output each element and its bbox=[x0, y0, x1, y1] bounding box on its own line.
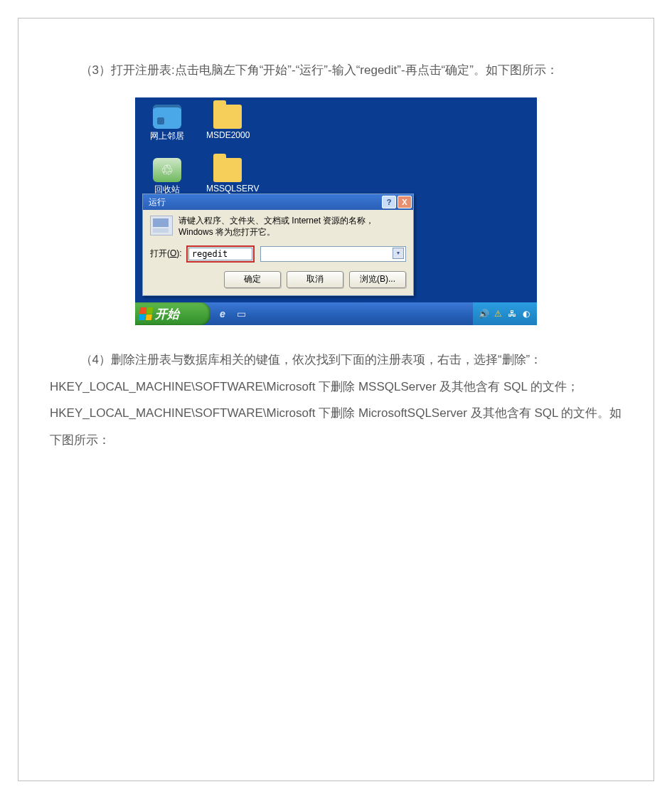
start-button-label: 开始 bbox=[155, 306, 179, 322]
tray-shield-icon[interactable]: ⚠ bbox=[493, 309, 503, 319]
desktop-icon-label: MSSQLSERV bbox=[206, 184, 249, 194]
tray-network-icon[interactable]: 🖧 bbox=[507, 309, 517, 319]
desktop-icon-recycle-bin[interactable]: 回收站 bbox=[146, 158, 188, 196]
windows-desktop-screenshot: 网上邻居 MSDE2000 回收站 MSSQLSERV 运行 ? bbox=[135, 97, 537, 325]
paragraph-step-3: （3）打开注册表:点击电脑左下角“开始”-“运行”-输入“regedit”-再点… bbox=[50, 57, 622, 83]
run-dialog-title: 运行 bbox=[149, 196, 166, 208]
screenshot-figure: 网上邻居 MSDE2000 回收站 MSSQLSERV 运行 ? bbox=[50, 97, 622, 325]
tray-volume-icon[interactable]: 🔊 bbox=[479, 309, 489, 319]
titlebar-help-button[interactable]: ? bbox=[382, 196, 396, 208]
ok-button[interactable]: 确定 bbox=[224, 271, 281, 288]
cancel-button[interactable]: 取消 bbox=[287, 271, 343, 288]
run-dialog-message: 请键入程序、文件夹、文档或 Internet 资源的名称，Windows 将为您… bbox=[178, 216, 406, 238]
desktop-icon-network-neighborhood[interactable]: 网上邻居 bbox=[146, 105, 188, 142]
browse-button[interactable]: 浏览(B)... bbox=[349, 271, 406, 288]
system-tray[interactable]: 🔊 ⚠ 🖧 ◐ bbox=[473, 302, 537, 325]
recycle-bin-icon bbox=[153, 158, 181, 182]
windows-logo-icon bbox=[139, 307, 154, 320]
open-label: 打开(O): bbox=[150, 248, 182, 260]
run-dialog-icon bbox=[150, 216, 173, 236]
desktop-icon-label: 网上邻居 bbox=[146, 130, 188, 142]
tray-misc-icon[interactable]: ◐ bbox=[521, 309, 531, 319]
run-command-combo[interactable] bbox=[260, 246, 406, 262]
titlebar-close-button[interactable]: X bbox=[398, 196, 412, 208]
network-icon bbox=[153, 105, 181, 129]
start-button[interactable]: 开始 bbox=[135, 302, 210, 325]
desktop-icon-folder-msde2000[interactable]: MSDE2000 bbox=[206, 105, 249, 140]
run-dialog: 运行 ? X 请键入程序、文件夹、文档或 Internet 资源的名称，Wind… bbox=[142, 194, 414, 295]
paragraph-step-4: （4）删除注册表与数据库相关的键值，依次找到下面的注册表项，右击，选择“删除”：… bbox=[50, 346, 622, 453]
open-input-highlight bbox=[186, 245, 255, 263]
taskbar: 开始 e ▭ 🔊 ⚠ 🖧 ◐ bbox=[135, 302, 537, 325]
run-command-input[interactable] bbox=[188, 248, 252, 260]
folder-icon bbox=[213, 158, 242, 182]
quick-launch-bar: e ▭ bbox=[216, 302, 247, 325]
ie-icon[interactable]: e bbox=[216, 307, 229, 320]
show-desktop-icon[interactable]: ▭ bbox=[235, 307, 247, 320]
desktop-icon-folder-mssqlserv[interactable]: MSSQLSERV bbox=[206, 158, 249, 194]
desktop-icon-label: MSDE2000 bbox=[206, 130, 249, 140]
run-dialog-titlebar[interactable]: 运行 ? X bbox=[143, 194, 413, 210]
folder-icon bbox=[213, 105, 242, 129]
